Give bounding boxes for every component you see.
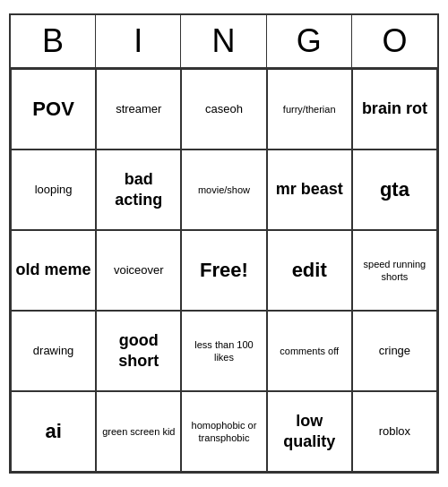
- cell-16[interactable]: good short: [96, 311, 181, 391]
- cell-9[interactable]: gta: [352, 150, 437, 230]
- cell-18[interactable]: comments off: [267, 311, 352, 391]
- header-i: I: [96, 15, 181, 67]
- header-b: B: [11, 15, 96, 67]
- cell-17[interactable]: less than 100 likes: [181, 311, 266, 391]
- cell-11[interactable]: voiceover: [96, 230, 181, 311]
- cell-1[interactable]: streamer: [96, 69, 181, 150]
- bingo-card: B I N G O POV streamer caseoh furry/ther…: [9, 13, 439, 474]
- cell-5[interactable]: looping: [11, 150, 96, 230]
- bingo-grid: POV streamer caseoh furry/therian brain …: [11, 69, 437, 472]
- cell-14[interactable]: speed running shorts: [352, 230, 437, 311]
- cell-0[interactable]: POV: [11, 69, 96, 150]
- cell-21[interactable]: green screen kid: [96, 391, 181, 472]
- header-g: G: [267, 15, 352, 67]
- cell-23[interactable]: low quality: [267, 391, 352, 472]
- cell-12-free[interactable]: Free!: [181, 230, 266, 311]
- cell-19[interactable]: cringe: [352, 311, 437, 391]
- cell-6[interactable]: bad acting: [96, 150, 181, 230]
- cell-15[interactable]: drawing: [11, 311, 96, 391]
- cell-24[interactable]: roblox: [352, 391, 437, 472]
- cell-4[interactable]: brain rot: [352, 69, 437, 150]
- cell-2[interactable]: caseoh: [181, 69, 266, 150]
- header-n: N: [181, 15, 266, 67]
- cell-20[interactable]: ai: [11, 391, 96, 472]
- cell-7[interactable]: movie/show: [181, 150, 266, 230]
- cell-10[interactable]: old meme: [11, 230, 96, 311]
- cell-13[interactable]: edit: [267, 230, 352, 311]
- header-o: O: [352, 15, 437, 67]
- cell-8[interactable]: mr beast: [267, 150, 352, 230]
- cell-22[interactable]: homophobic or transphobic: [181, 391, 266, 472]
- cell-3[interactable]: furry/therian: [267, 69, 352, 150]
- bingo-header: B I N G O: [11, 15, 437, 69]
